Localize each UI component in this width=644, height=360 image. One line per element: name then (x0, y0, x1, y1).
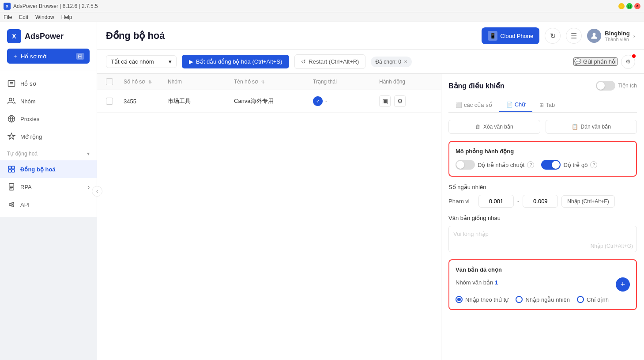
feedback-button[interactable]: 💬 Gửi phản hồi (573, 57, 618, 66)
row-checkbox[interactable] (106, 98, 113, 105)
range-min-input[interactable] (478, 195, 514, 208)
header-right: 📱 Cloud Phone ↻ ☰ Bingbing Thành viên (482, 27, 635, 44)
minimize-button[interactable]: − (618, 3, 625, 9)
radio-random[interactable]: Nhập ngẫu nhiên (516, 296, 570, 303)
col-action: Hành động (379, 79, 432, 85)
settings-notification-dot (632, 54, 636, 58)
typing-delay-toggle[interactable] (541, 160, 561, 170)
sort-icon: ⇅ (148, 80, 152, 84)
range-label: Phạm vi (448, 198, 475, 205)
tiện-ich-toggle-area: Tiện ích (596, 81, 637, 91)
sidebar-item-sync[interactable]: Đồng bộ hoá (0, 160, 97, 178)
typing-delay-toggle-label: Độ trễ gõ ? (541, 160, 597, 170)
sync-button[interactable]: ▶ Bắt đầu đồng bộ hóa (Ctrl+Alt+S) (182, 55, 289, 68)
sidebar-item-extensions-label: Mở rộng (20, 133, 42, 140)
group-label: Nhóm văn bản 1 (456, 279, 498, 286)
selected-text-section: Văn bản đã chọn Nhóm văn bản 1 + Nhập th… (448, 259, 637, 310)
same-text-section: Văn bản giống nhau Vui lòng nhập Nhập (C… (448, 215, 637, 252)
new-profile-icon: ＋ (12, 52, 18, 60)
radio-sequential[interactable]: Nhập theo thứ tự (456, 296, 508, 303)
add-group-button[interactable]: + (616, 277, 630, 292)
sidebar-item-api[interactable]: API (0, 196, 97, 213)
tab-text[interactable]: 📄 Chữ (499, 98, 533, 112)
user-chevron-icon: › (633, 33, 635, 39)
menu-edit[interactable]: Edit (19, 14, 28, 20)
settings-button[interactable]: ⚙ (621, 55, 635, 69)
logo-icon: X (7, 29, 21, 43)
sidebar-item-sync-label: Đồng bộ hoá (20, 166, 56, 173)
user-info[interactable]: Bingbing Thành viên › (587, 29, 635, 43)
table-area: Số hồ sơ ⇅ Nhóm Tên hồ sơ ⇅ Trạng thái H… (97, 74, 441, 360)
group-select[interactable]: Tất cả các nhóm ▾ (106, 55, 177, 68)
menu-file[interactable]: File (4, 14, 12, 20)
sidebar-item-profiles-label: Hồ sơ (20, 80, 36, 87)
settings-icon: ⚙ (625, 58, 631, 65)
restart-button[interactable]: ↺ Restart (Ctrl+Alt+R) (294, 54, 365, 69)
menu-help[interactable]: Help (61, 14, 72, 20)
group-header: Nhóm văn bản 1 + (456, 277, 630, 292)
tab-windows[interactable]: ⬜ các cửa số (448, 98, 499, 112)
radio-specify[interactable]: Chỉ định (577, 296, 609, 303)
badge-close-icon[interactable]: ✕ (404, 59, 407, 64)
window-controls[interactable]: − □ × (618, 3, 640, 9)
mouse-delay-toggle[interactable] (456, 160, 475, 170)
main-header: Đồng bộ hoá 📱 Cloud Phone ↻ ☰ B (97, 22, 644, 50)
selected-count: Đã chọn: 0 (375, 59, 401, 65)
mouse-delay-info-icon[interactable]: ? (527, 161, 534, 168)
name-sort-icon: ⇅ (261, 80, 264, 84)
range-input-button[interactable]: Nhập (Ctrl+Alt+F) (561, 195, 614, 208)
typing-delay-info-icon[interactable]: ? (590, 161, 597, 168)
random-section: Số ngẫu nhiên Phạm vi - Nhập (Ctrl+Alt+F… (448, 184, 637, 208)
sidebar-item-groups[interactable]: Nhóm (0, 92, 97, 110)
sidebar-item-extensions[interactable]: Mở rộng (0, 128, 97, 145)
close-button[interactable]: × (634, 3, 640, 9)
row-status: ✓ - (313, 96, 379, 106)
main-content: Đồng bộ hoá 📱 Cloud Phone ↻ ☰ B (97, 22, 644, 360)
radio-options: Nhập theo thứ tự Nhập ngẫu nhiên Chỉ địn… (456, 296, 630, 303)
action-settings-icon[interactable]: ⚙ (394, 95, 406, 107)
col-group: Nhóm (168, 79, 234, 85)
tab-tab[interactable]: ⊞ Tab (532, 98, 562, 112)
sidebar-collapse-button[interactable]: ‹ (92, 186, 102, 197)
sidebar-item-api-label: API (20, 201, 30, 208)
select-all-checkbox[interactable] (106, 78, 113, 85)
user-details: Bingbing Thành viên (605, 30, 629, 42)
panel-action-buttons: 🗑 Xóa văn bản 📋 Dán văn bản (448, 120, 637, 134)
clear-text-button[interactable]: 🗑 Xóa văn bản (448, 120, 540, 134)
tiện-ich-toggle[interactable] (596, 81, 615, 91)
sidebar-item-profiles[interactable]: Hồ sơ (0, 75, 97, 92)
sidebar-item-rpa-label: RPA (20, 184, 32, 190)
new-profile-button[interactable]: ＋ Hồ sơ mới ⊞ (7, 49, 90, 64)
right-panel: Bảng điều khiển Tiện ích ⬜ các cửa số (441, 74, 644, 360)
cloud-phone-button[interactable]: 📱 Cloud Phone (482, 27, 539, 44)
simulation-toggles: Độ trễ nhấp chuột ? Độ trễ gõ ? (456, 160, 630, 170)
table-header: Số hồ sơ ⇅ Nhóm Tên hồ sơ ⇅ Trạng thái H… (97, 74, 441, 90)
action-monitor-icon[interactable]: ▣ (379, 95, 391, 107)
svg-point-3 (9, 98, 12, 101)
paste-icon: 📋 (572, 124, 578, 130)
same-text-input[interactable]: Vui lòng nhập Nhập (Ctrl+Alt+G) (448, 226, 637, 252)
menu-window[interactable]: Window (35, 14, 54, 20)
svg-point-12 (9, 204, 11, 206)
selected-text-title: Văn bản đã chọn (456, 266, 630, 273)
list-icon: ☰ (571, 32, 577, 40)
svg-point-13 (12, 202, 14, 205)
app-logo-small: X (4, 3, 11, 10)
menu-bar: File Edit Window Help (0, 12, 644, 22)
proxy-icon (7, 114, 16, 123)
row-profile-number: 3455 (124, 98, 168, 105)
sidebar-item-proxies[interactable]: Proxies (0, 110, 97, 128)
sidebar-item-rpa[interactable]: RPA › (0, 178, 97, 196)
same-text-placeholder: Vui lòng nhập (453, 231, 489, 237)
logo-text: AdsPower (25, 32, 64, 41)
maximize-button[interactable]: □ (626, 3, 633, 9)
paste-text-button[interactable]: 📋 Dán văn bản (546, 120, 637, 134)
simulation-title: Mô phỏng hành động (456, 148, 630, 155)
range-max-input[interactable] (523, 195, 558, 208)
refresh-button[interactable]: ↻ (545, 28, 561, 44)
table-row: 3455 市场工具 Canva海外专用 ✓ - ▣ ⚙ (97, 90, 441, 113)
window-tab-icon: ⬜ (456, 102, 462, 108)
list-view-button[interactable]: ☰ (566, 28, 582, 44)
selected-badge: Đã chọn: 0 ✕ (371, 57, 411, 67)
radio-sequential-dot (456, 296, 463, 303)
